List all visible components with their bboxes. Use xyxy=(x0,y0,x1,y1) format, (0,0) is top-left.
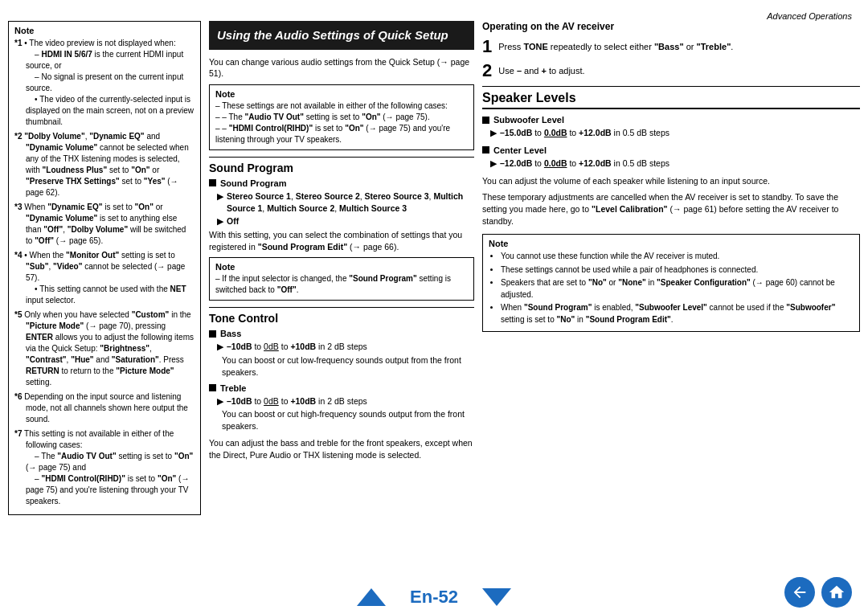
step-1-number: 1 xyxy=(482,38,492,55)
mid-intro: You can change various audio settings fr… xyxy=(209,56,474,80)
step-2-number: 2 xyxy=(482,62,492,80)
note-right-item-4: When "Sound Program" is enabled, "Subwoo… xyxy=(501,302,854,325)
divider-tone-control xyxy=(209,307,474,308)
footnote-5: *5 Only when you have selected "Custom" … xyxy=(14,309,194,388)
divider-speaker-levels xyxy=(482,86,860,87)
main-heading: Using the Audio Settings of Quick Setup xyxy=(217,27,466,43)
note-right-title: Note xyxy=(489,239,854,248)
note-right-item-2: These settings cannot be used while a pa… xyxy=(501,264,854,276)
nav-up-arrow[interactable] xyxy=(357,588,386,606)
divider-sound-program xyxy=(209,157,474,158)
treble-range: –10dB to 0dB to +10dB in 2 dB steps xyxy=(227,395,367,407)
note-right: Note You cannot use these function while… xyxy=(482,234,860,332)
note-item-3: – "HDMI Control(RIHD)" is set to "On" (→… xyxy=(215,123,468,145)
sound-program-body: With this setting, you can select the co… xyxy=(209,229,474,253)
bass-sub: Bass xyxy=(209,329,474,338)
bottom-right-icons xyxy=(784,577,852,608)
treble-desc: You can boost or cut high-frequency soun… xyxy=(209,408,474,432)
sound-program-sub-label: Sound Program xyxy=(220,178,287,188)
home-button[interactable] xyxy=(821,577,852,608)
note-sp-item-1: If the input selector is changed, the "S… xyxy=(215,273,468,296)
sound-program-sub: Sound Program xyxy=(209,178,474,188)
step-2: 2 Use – and + to adjust. xyxy=(482,62,860,80)
speaker-levels-title: Speaker Levels xyxy=(482,91,860,109)
note-item-1: These settings are not available in eith… xyxy=(215,100,468,112)
bass-range: –10dB to 0dB to +10dB in 2 dB steps xyxy=(227,341,367,353)
square-bullet-treble-icon xyxy=(209,384,216,391)
back-button[interactable] xyxy=(784,577,815,608)
tone-control-title: Tone Control xyxy=(209,312,474,325)
middle-column: Using the Audio Settings of Quick Setup … xyxy=(209,21,474,520)
operating-heading: Operating on the AV receiver xyxy=(482,21,860,32)
note-title: Note xyxy=(14,26,194,35)
square-bullet-bass-icon xyxy=(209,330,216,338)
step-1-text: Press TONE repeatedly to select either "… xyxy=(498,38,733,54)
treble-sub: Treble xyxy=(209,383,474,393)
arrow-item-sources-text: Stereo Source 1, Stereo Source 2, Stereo… xyxy=(227,190,474,214)
center-range: –12.0dB to 0.0dB to +12.0dB in 0.5 dB st… xyxy=(500,158,669,170)
footnote-3: *3 When "Dynamic EQ" is set to "On" or "… xyxy=(14,202,194,247)
note-sound-program: Note If the input selector is changed, t… xyxy=(209,257,474,301)
subwoofer-section: Subwoofer Level ▶ –15.0dB to 0.0dB to +1… xyxy=(482,115,860,139)
arrow-item-off-text: Off xyxy=(227,215,239,227)
note-right-item-1: You cannot use these function while the … xyxy=(501,251,854,263)
note-sp-title: Note xyxy=(215,262,468,272)
page: Advanced Operations Note *1 • The video … xyxy=(0,0,868,614)
note-item-2: – The "Audio TV Out" setting is set to "… xyxy=(215,112,468,123)
note-mid-top-list: These settings are not available in eith… xyxy=(215,100,468,145)
center-sub: Center Level xyxy=(482,145,860,155)
bass-arrow-icon: ▶ xyxy=(217,341,223,353)
main-heading-box: Using the Audio Settings of Quick Setup xyxy=(209,21,474,50)
speaker-levels-body1: You can adjust the volume of each speake… xyxy=(482,175,860,187)
note-mid-top: Note These settings are not available in… xyxy=(209,84,474,150)
square-bullet-icon xyxy=(209,179,216,186)
arrow-off-bullet-icon: ▶ xyxy=(217,215,223,227)
subwoofer-sub: Subwoofer Level xyxy=(482,115,860,125)
bass-label: Bass xyxy=(220,329,241,338)
footnote-7: *7 This setting is not available in eith… xyxy=(14,428,194,507)
note-right-list: You cannot use these function while the … xyxy=(489,251,854,325)
note-right-item-3: Speakers that are set to "No" or "None" … xyxy=(501,277,854,301)
treble-label: Treble xyxy=(220,383,246,393)
back-icon xyxy=(791,583,809,601)
center-label: Center Level xyxy=(493,145,547,155)
treble-arrow-item: ▶ –10dB to 0dB to +10dB in 2 dB steps xyxy=(209,395,474,407)
subwoofer-label: Subwoofer Level xyxy=(493,115,564,125)
step-1: 1 Press TONE repeatedly to select either… xyxy=(482,38,860,55)
arrow-item-off: ▶ Off xyxy=(209,215,474,227)
speaker-levels-body2: These temporary adjustments are cancelle… xyxy=(482,191,860,228)
square-bullet-sub-icon xyxy=(482,117,489,124)
subwoofer-range: –15.0dB to 0.0dB to +12.0dB in 0.5 dB st… xyxy=(500,127,669,139)
footnote-6: *6 Depending on the input source and lis… xyxy=(14,391,194,425)
sound-program-title: Sound Program xyxy=(209,162,474,174)
bass-desc: You can boost or cut low-frequency sound… xyxy=(209,354,474,379)
bottom-bar: En-52 xyxy=(0,580,868,614)
center-arrow-item: ▶ –12.0dB to 0.0dB to +12.0dB in 0.5 dB … xyxy=(482,158,860,170)
subwoofer-arrow-item: ▶ –15.0dB to 0.0dB to +12.0dB in 0.5 dB … xyxy=(482,127,860,139)
center-arrow-icon: ▶ xyxy=(490,158,497,170)
treble-arrow-icon: ▶ xyxy=(217,395,223,407)
left-column: Note *1 • The video preview is not displ… xyxy=(8,21,201,520)
note-sp-list: If the input selector is changed, the "S… xyxy=(215,273,468,296)
subwoofer-arrow-icon: ▶ xyxy=(490,127,497,139)
page-number: En-52 xyxy=(410,587,458,608)
step-2-text: Use – and + to adjust. xyxy=(498,62,584,78)
chapter-text: Advanced Operations xyxy=(767,11,852,21)
footnote-4: *4 • When the "Monitor Out" setting is s… xyxy=(14,250,194,306)
arrow-bullet-icon: ▶ xyxy=(217,190,223,203)
chapter-label: Advanced Operations xyxy=(0,8,868,21)
square-bullet-center-icon xyxy=(482,146,489,154)
arrow-item-sources: ▶ Stereo Source 1, Stereo Source 2, Ster… xyxy=(209,190,474,214)
note-mid-top-title: Note xyxy=(215,89,468,99)
center-section: Center Level ▶ –12.0dB to 0.0dB to +12.0… xyxy=(482,145,860,170)
footnote-1: *1 • The video preview is not displayed … xyxy=(14,38,194,128)
home-icon xyxy=(828,583,845,601)
tone-control-body: You can adjust the bass and treble for t… xyxy=(209,437,474,461)
right-column: Operating on the AV receiver 1 Press TON… xyxy=(482,21,860,520)
footnote-2: *2 "Dolby Volume", "Dynamic EQ" and "Dyn… xyxy=(14,131,194,199)
content-area: Note *1 • The video preview is not displ… xyxy=(0,21,868,520)
note-box-main: Note *1 • The video preview is not displ… xyxy=(8,21,201,515)
nav-down-arrow[interactable] xyxy=(482,588,511,606)
page-nav: En-52 xyxy=(357,587,511,608)
bass-arrow-item: ▶ –10dB to 0dB to +10dB in 2 dB steps xyxy=(209,341,474,353)
